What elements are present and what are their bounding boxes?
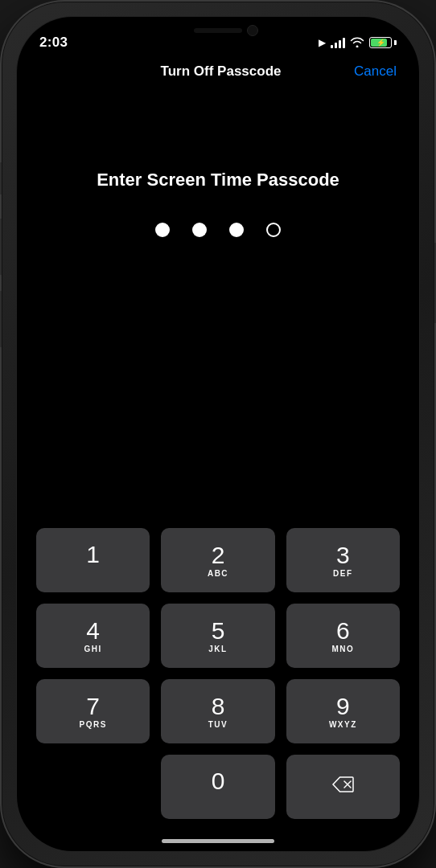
status-time: 2:03	[39, 35, 68, 51]
key-1[interactable]: 1	[36, 528, 150, 592]
volume-down-button[interactable]	[0, 291, 2, 347]
passcode-dots	[155, 223, 281, 237]
delete-button[interactable]	[286, 755, 400, 819]
signal-bars	[331, 37, 345, 48]
location-icon: ▶	[319, 37, 326, 48]
key-6[interactable]: 6 MNO	[286, 604, 400, 668]
battery-bolt-icon: ⚡	[376, 39, 385, 47]
battery-tip	[394, 40, 397, 45]
dot-4	[266, 223, 281, 237]
navigation-bar: Turn Off Passcode Cancel	[17, 57, 419, 89]
key-7[interactable]: 7 PQRS	[36, 679, 150, 743]
cancel-button[interactable]: Cancel	[354, 63, 397, 80]
passcode-prompt: Enter Screen Time Passcode	[97, 170, 339, 190]
signal-bar-2	[335, 43, 337, 48]
home-indicator	[162, 839, 274, 843]
key-2[interactable]: 2 ABC	[161, 528, 274, 592]
dot-2	[192, 223, 207, 237]
dot-3	[229, 223, 244, 237]
phone-frame: 2:03 ▶	[0, 0, 436, 868]
key-8[interactable]: 8 TUV	[161, 679, 274, 743]
battery-indicator: ⚡	[369, 37, 397, 48]
screen-content: 2:03 ▶	[17, 17, 419, 851]
key-3[interactable]: 3 DEF	[286, 528, 400, 592]
key-empty	[36, 755, 150, 819]
signal-bar-1	[331, 45, 333, 48]
nav-title: Turn Off Passcode	[161, 63, 282, 80]
phone-screen: 2:03 ▶	[16, 16, 420, 852]
key-5[interactable]: 5 JKL	[161, 604, 274, 668]
dot-1	[155, 223, 170, 237]
wifi-icon	[350, 36, 364, 50]
notch	[154, 17, 282, 44]
key-4[interactable]: 4 GHI	[36, 604, 150, 668]
signal-bar-3	[339, 40, 341, 48]
volume-up-button[interactable]	[0, 219, 2, 275]
signal-bar-4	[343, 38, 345, 48]
keypad: 1 2 ABC 3 DEF 4 GHI	[17, 512, 419, 851]
main-content: Enter Screen Time Passcode	[17, 89, 419, 512]
key-0[interactable]: 0	[161, 755, 274, 819]
battery-body: ⚡	[369, 37, 392, 48]
silent-button[interactable]	[0, 162, 2, 194]
keypad-grid: 1 2 ABC 3 DEF 4 GHI	[36, 528, 400, 819]
status-icons: ▶	[319, 36, 397, 50]
delete-icon	[331, 776, 354, 798]
key-9[interactable]: 9 WXYZ	[286, 679, 400, 743]
earpiece-speaker	[194, 28, 242, 33]
front-camera	[247, 25, 258, 36]
